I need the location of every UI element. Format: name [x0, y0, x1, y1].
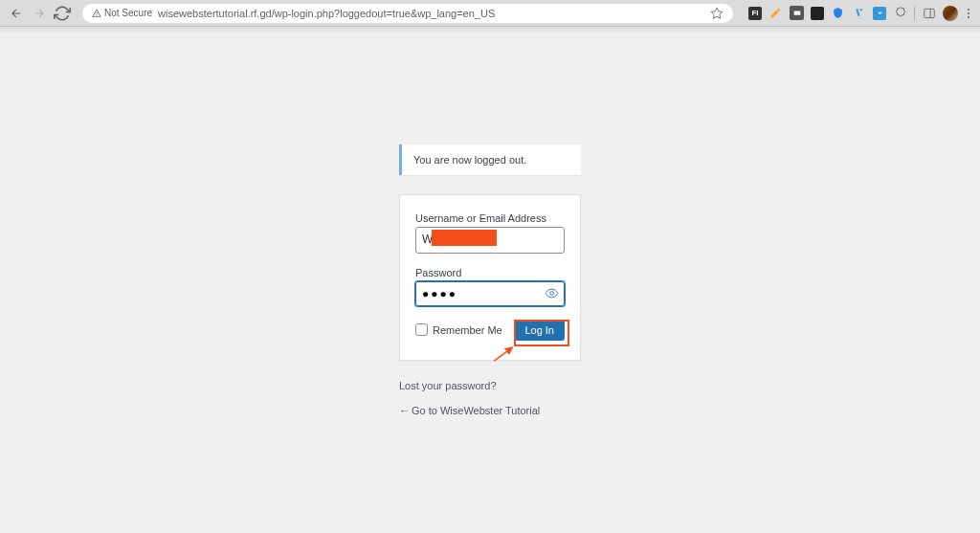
menu-button[interactable] [965, 9, 972, 18]
back-arrow-icon: ← [399, 405, 410, 416]
back-button[interactable] [8, 5, 25, 22]
username-label: Username or Email Address [415, 212, 565, 224]
svg-rect-3 [793, 11, 800, 14]
extension-icons: FI [748, 6, 972, 21]
remember-label: Remember Me [433, 324, 502, 336]
page-body: You are now logged out. Username or Emai… [0, 34, 980, 533]
back-to-site-link[interactable]: ←Go to WiseWebster Tutorial [399, 405, 540, 416]
login-form: Username or Email Address Password Remem… [399, 194, 581, 361]
bookmark-star-icon[interactable] [710, 7, 724, 20]
extension-icon-screen[interactable] [790, 6, 804, 20]
back-to-site-label: Go to WiseWebster Tutorial [412, 405, 540, 416]
svg-line-7 [494, 347, 512, 361]
panel-icon[interactable] [922, 6, 936, 20]
extension-icon-shield[interactable] [831, 6, 845, 20]
logout-message-text: You are now logged out. [413, 154, 526, 166]
browser-toolbar: Not Secure wisewebstertutorial.rf.gd/wp-… [0, 0, 980, 27]
extension-icon-down[interactable] [873, 7, 886, 20]
remember-checkbox[interactable] [415, 323, 428, 336]
password-label: Password [415, 267, 565, 278]
not-secure-badge: Not Secure [92, 8, 152, 18]
svg-point-6 [549, 292, 553, 296]
redaction-overlay [432, 230, 497, 246]
extension-icon-dark[interactable] [811, 7, 824, 20]
login-button[interactable]: Log In [514, 320, 565, 341]
address-bar[interactable]: Not Secure wisewebstertutorial.rf.gd/wp-… [82, 4, 733, 23]
reload-button[interactable] [54, 5, 71, 22]
logout-message: You are now logged out. [399, 144, 581, 175]
extension-icon-blue1[interactable] [852, 6, 866, 20]
svg-rect-4 [924, 9, 934, 17]
extension-icon-pencil[interactable] [768, 6, 783, 20]
profile-avatar[interactable] [943, 6, 958, 21]
forward-button[interactable] [31, 5, 48, 22]
lost-password-link[interactable]: Lost your password? [399, 380, 497, 391]
show-password-icon[interactable] [543, 285, 560, 302]
toolbar-divider [914, 7, 915, 20]
toolbar-shadow [0, 27, 980, 34]
annotation-arrow-icon [491, 343, 520, 364]
url-text: wisewebstertutorial.rf.gd/wp-login.php?l… [158, 8, 495, 19]
puzzle-icon[interactable] [893, 6, 907, 20]
svg-marker-2 [711, 8, 723, 18]
nav-links: Lost your password? ←Go to WiseWebster T… [399, 380, 581, 430]
extension-icon-1[interactable]: FI [748, 7, 762, 20]
not-secure-label: Not Secure [104, 8, 152, 18]
password-input[interactable] [416, 282, 564, 305]
